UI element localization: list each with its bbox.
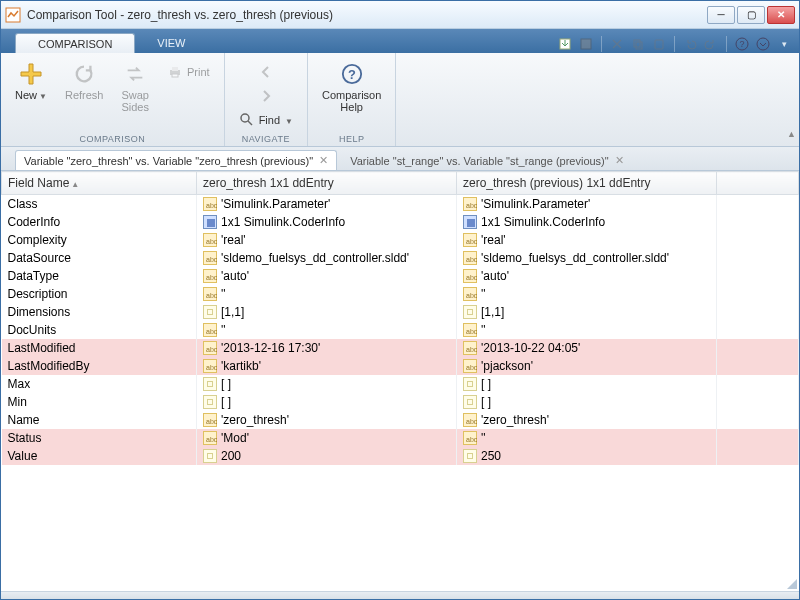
svg-text:abc: abc xyxy=(466,238,478,245)
tab-close-icon[interactable]: ✕ xyxy=(615,154,624,167)
cell-value: 'real' xyxy=(481,233,506,247)
cell-value: 250 xyxy=(481,449,501,463)
resize-grip-icon[interactable] xyxy=(787,579,797,589)
qa-dropdown-icon[interactable] xyxy=(754,35,772,53)
svg-text:abc: abc xyxy=(206,292,218,299)
plus-icon xyxy=(18,61,44,87)
field-cell: LastModified xyxy=(2,339,197,357)
ribbon-tab-view[interactable]: VIEW xyxy=(135,33,207,53)
print-button[interactable]: Print xyxy=(161,61,216,83)
table-row[interactable]: Nameabc'zero_thresh'abc'zero_thresh' xyxy=(2,411,799,429)
new-button[interactable]: New▼ xyxy=(9,57,53,106)
find-button[interactable]: Find ▼ xyxy=(233,109,299,131)
svg-text:abc: abc xyxy=(466,418,478,425)
cell-value: 1x1 Simulink.CoderInfo xyxy=(221,215,345,229)
window-buttons: ─ ▢ ✕ xyxy=(707,6,795,24)
table-row[interactable]: Value200250 xyxy=(2,447,799,465)
minimize-button[interactable]: ─ xyxy=(707,6,735,24)
type-icon: abc xyxy=(463,413,477,427)
ribbon-group-navigate: Find ▼ NAVIGATE xyxy=(225,53,308,146)
tab-close-icon[interactable]: ✕ xyxy=(319,154,328,167)
type-icon: abc xyxy=(203,413,217,427)
table-row[interactable]: CoderInfo1x1 Simulink.CoderInfo1x1 Simul… xyxy=(2,213,799,231)
content-area: Field Name▲ zero_thresh 1x1 ddEntry zero… xyxy=(1,171,799,591)
svg-text:abc: abc xyxy=(206,346,218,353)
spacer-cell xyxy=(717,429,799,447)
arrow-left-icon xyxy=(258,64,274,80)
cell-value: 'sldemo_fuelsys_dd_controller.sldd' xyxy=(481,251,669,265)
qa-export-icon[interactable] xyxy=(556,35,574,53)
type-icon: abc xyxy=(463,197,477,211)
close-button[interactable]: ✕ xyxy=(767,6,795,24)
right-cell: abc'' xyxy=(457,429,717,447)
right-cell: abc'Simulink.Parameter' xyxy=(457,195,717,214)
svg-rect-2 xyxy=(581,39,591,49)
svg-text:?: ? xyxy=(348,67,356,82)
table-row[interactable]: DataSourceabc'sldemo_fuelsys_dd_controll… xyxy=(2,249,799,267)
cell-value: '2013-12-16 17:30' xyxy=(221,341,320,355)
field-cell: Class xyxy=(2,195,197,214)
svg-rect-5 xyxy=(655,40,663,49)
sort-asc-icon: ▲ xyxy=(71,180,79,189)
table-row[interactable]: Dimensions[1,1][1,1] xyxy=(2,303,799,321)
left-cell: abc'Simulink.Parameter' xyxy=(197,195,457,214)
help-icon: ? xyxy=(339,61,365,87)
right-cell: abc'auto' xyxy=(457,267,717,285)
left-cell: [ ] xyxy=(197,375,457,393)
ribbon-tab-comparison[interactable]: COMPARISON xyxy=(15,33,135,53)
field-cell: Status xyxy=(2,429,197,447)
nav-next-button[interactable] xyxy=(233,85,299,107)
svg-text:abc: abc xyxy=(466,346,478,353)
swap-sides-button[interactable]: Swap Sides xyxy=(115,57,155,117)
left-cell: abc'Mod' xyxy=(197,429,457,447)
table-row[interactable]: DocUnitsabc''abc'' xyxy=(2,321,799,339)
cell-value: [1,1] xyxy=(221,305,244,319)
cell-value: [1,1] xyxy=(481,305,504,319)
spacer-cell xyxy=(717,411,799,429)
field-cell: DocUnits xyxy=(2,321,197,339)
table-row[interactable]: Descriptionabc''abc'' xyxy=(2,285,799,303)
arrow-right-icon xyxy=(258,88,274,104)
ribbon-collapse-icon[interactable]: ▲ xyxy=(787,129,796,139)
left-cell: [1,1] xyxy=(197,303,457,321)
field-cell: Min xyxy=(2,393,197,411)
qa-undo-icon xyxy=(681,35,699,53)
comparison-help-button[interactable]: ? Comparison Help xyxy=(316,57,387,117)
find-label: Find xyxy=(259,114,280,126)
qa-save-icon xyxy=(577,35,595,53)
app-icon xyxy=(5,7,21,23)
table-row[interactable]: LastModifiedByabc'kartikb'abc'pjackson' xyxy=(2,357,799,375)
table-row[interactable]: Classabc'Simulink.Parameter'abc'Simulink… xyxy=(2,195,799,214)
table-header-row: Field Name▲ zero_thresh 1x1 ddEntry zero… xyxy=(2,172,799,195)
table-row[interactable]: LastModifiedabc'2013-12-16 17:30'abc'201… xyxy=(2,339,799,357)
col-left[interactable]: zero_thresh 1x1 ddEntry xyxy=(197,172,457,195)
nav-prev-button[interactable] xyxy=(233,61,299,83)
doc-tab-zero-thresh[interactable]: Variable "zero_thresh" vs. Variable "zer… xyxy=(15,150,337,170)
svg-text:abc: abc xyxy=(206,256,218,263)
svg-point-12 xyxy=(241,114,249,122)
left-cell: 1x1 Simulink.CoderInfo xyxy=(197,213,457,231)
table-row[interactable]: Min[ ][ ] xyxy=(2,393,799,411)
maximize-button[interactable]: ▢ xyxy=(737,6,765,24)
app-window: Comparison Tool - zero_thresh vs. zero_t… xyxy=(0,0,800,600)
qa-help-icon[interactable]: ? xyxy=(733,35,751,53)
cell-value: 'Simulink.Parameter' xyxy=(481,197,590,211)
table-row[interactable]: Complexityabc'real'abc'real' xyxy=(2,231,799,249)
refresh-button[interactable]: Refresh xyxy=(59,57,110,105)
qa-copy-icon xyxy=(629,35,647,53)
table-row[interactable]: DataTypeabc'auto'abc'auto' xyxy=(2,267,799,285)
svg-rect-18 xyxy=(467,219,475,227)
table-row[interactable]: Max[ ][ ] xyxy=(2,375,799,393)
type-icon: abc xyxy=(203,323,217,337)
doc-tab-label: Variable "st_range" vs. Variable "st_ran… xyxy=(350,155,609,167)
col-field-name[interactable]: Field Name▲ xyxy=(2,172,197,195)
right-cell: abc'sldemo_fuelsys_dd_controller.sldd' xyxy=(457,249,717,267)
qa-overflow-icon[interactable]: ▾ xyxy=(775,35,793,53)
table-row[interactable]: Statusabc'Mod'abc'' xyxy=(2,429,799,447)
col-right[interactable]: zero_thresh (previous) 1x1 ddEntry xyxy=(457,172,717,195)
doc-tab-st-range[interactable]: Variable "st_range" vs. Variable "st_ran… xyxy=(341,150,633,170)
spacer-cell xyxy=(717,393,799,411)
group-label-comparison: COMPARISON xyxy=(9,132,216,146)
svg-rect-10 xyxy=(172,67,178,71)
titlebar: Comparison Tool - zero_thresh vs. zero_t… xyxy=(1,1,799,29)
